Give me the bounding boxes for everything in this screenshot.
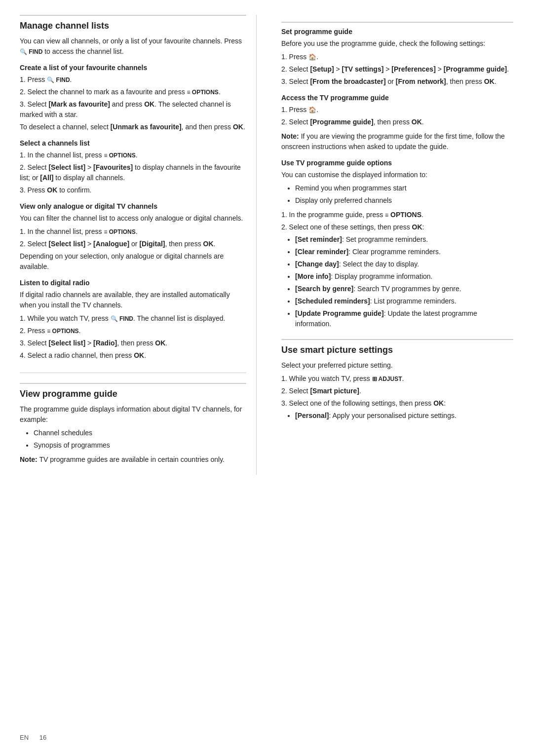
section-title-manage: Manage channel lists [20,15,246,31]
select-list-label-2: [Select list] [48,240,85,248]
manage-intro: You can view all channels, or only a lis… [20,36,246,57]
bullet-display-preferred: Display only preferred channels [295,195,513,206]
options-label-1: OPTIONS [390,211,421,219]
step-radio-3: 3. Select [Select list] > [Radio], then … [20,338,246,348]
note-label-1: Note: [20,455,38,463]
step-smart-2: 2. Select [Smart picture]. [281,386,513,396]
analogue-intro: You can filter the channel list to acces… [20,213,246,224]
options-icon-5: ≡ [385,212,388,219]
clear-reminder-label: [Clear reminder] [295,248,348,256]
ok-label-4: OK [203,240,214,248]
adjust-icon: ⊞ ADJUST [372,376,402,382]
sub-title-create-list: Create a list of your favourite channels [20,64,246,72]
step-smart-3: 3. Select one of the following settings,… [281,398,513,409]
sub-title-set-guide: Set programme guide [281,22,513,36]
sub-title-select-list: Select a channels list [20,139,246,147]
ok-label-3: OK [47,186,57,194]
guide-options-list: [Set reminder]: Set programme reminders.… [295,234,513,329]
step-options-2: 2. Select one of these settings, then pr… [281,222,513,232]
guide-note: Note: TV programme guides are available … [20,454,246,465]
scheduled-label: [Scheduled reminders] [295,297,370,305]
select-list-label: [Select list] [48,163,85,171]
step-access-2: 2. Select [Programme guide], then press … [281,117,513,127]
sub-title-guide-options: Use TV programme guide options [281,159,513,167]
step-analogue-1: 1. In the channel list, press ≡ OPTIONS. [20,227,246,237]
section-view-programme-guide: View programme guide The programme guide… [20,383,246,465]
step-radio-1: 1. While you watch TV, press 🔍 FIND. The… [20,313,246,324]
options-icon-2: ≡ OPTIONS [104,152,135,159]
digital-label: [Digital] [139,240,165,248]
setup-label: [Setup] [310,65,334,73]
radio-intro: If digital radio channels are available,… [20,290,246,310]
step-select-3: 3. Press OK to confirm. [20,185,246,195]
analogue-label: [Analogue] [93,240,129,248]
search-genre-label: [Search by genre] [295,285,353,293]
section-manage-channel-lists: Manage channel lists You can view all ch… [20,15,246,373]
unmark-label: [Unmark as favourite] [111,123,182,131]
step-access-1: 1. Press 🏠. [281,105,513,115]
page-footer: EN 16 [20,734,46,741]
option-set-reminder: [Set reminder]: Set programme reminders. [295,234,513,245]
bullet-synopsis: Synopsis of programmes [34,440,246,451]
step-create-1: 1. Press 🔍 FIND. [20,75,246,85]
bullet-channel-schedules: Channel schedules [34,428,246,438]
set-reminder-label: [Set reminder] [295,235,342,243]
option-update-guide: [Update Programme guide]: Update the lat… [295,308,513,329]
left-column: Manage channel lists You can view all ch… [20,15,257,475]
favourites-label: [Favourites] [93,163,133,171]
find-icon-1: 🔍 FIND [47,76,70,83]
option-scheduled: [Scheduled reminders]: List programme re… [295,296,513,306]
option-clear-reminder: [Clear reminder]: Clear programme remind… [295,247,513,257]
from-broadcaster-label: [From the broadcaster] [310,77,385,85]
step-create-2: 2. Select the channel to mark as a favou… [20,87,246,97]
ok-label-1: OK [144,100,154,108]
guide-options-bullets: Remind you when programmes start Display… [295,183,513,206]
sub-title-access-guide: Access the TV programme guide [281,94,513,102]
from-network-label: [From network] [396,77,446,85]
step-analogue-note: Depending on your selection, only analog… [20,251,246,272]
access-note: Note: If you are viewing the programme g… [281,131,513,152]
ok-label-8: OK [412,118,422,126]
smart-picture-options: [Personal]: Apply your personalised pict… [295,411,513,421]
page-container: Manage channel lists You can view all ch… [20,15,513,475]
options-icon-4: ≡ OPTIONS [47,328,78,335]
step-set-2: 2. Select [Setup] > [TV settings] > [Pre… [281,64,513,75]
step-select-1: 1. In the channel list, press ≡ OPTIONS. [20,150,246,160]
ok-label-5: OK [155,339,165,347]
ok-label-2: OK [233,123,243,131]
option-search-genre: [Search by genre]: Search TV programmes … [295,284,513,294]
guide-bullets: Channel schedules Synopsis of programmes [34,428,246,451]
section-smart-picture: Use smart picture settings Select your p… [281,339,513,421]
footer-lang: EN [20,734,29,741]
options-icon-1: ≡ OPTIONS [187,89,219,96]
bullet-remind: Remind you when programmes start [295,183,513,193]
option-change-day: [Change day]: Select the day to display. [295,259,513,269]
more-info-label: [More info] [295,272,331,280]
set-guide-intro: Before you use the programme guide, chec… [281,38,513,49]
ok-label-9: OK [412,223,422,231]
mark-favourite-label: [Mark as favourite] [48,100,110,108]
smart-picture-intro: Select your preferred picture setting. [281,360,513,371]
update-guide-label: [Update Programme guide] [295,309,384,317]
step-smart-1: 1. While you watch TV, press ⊞ ADJUST. [281,374,513,384]
option-personal: [Personal]: Apply your personalised pict… [295,411,513,421]
guide-intro: The programme guide displays information… [20,404,246,425]
ok-label-10: OK [433,399,444,407]
option-more-info: [More info]: Display programme informati… [295,271,513,282]
right-column: Set programme guide Before you use the p… [276,15,513,475]
smart-picture-label: [Smart picture] [310,387,359,395]
tv-settings-label: [TV settings] [342,65,384,73]
select-list-label-3: [Select list] [48,339,85,347]
step-set-3: 3. Select [From the broadcaster] or [Fro… [281,76,513,87]
step-create-deselect: To deselect a channel, select [Unmark as… [20,122,246,132]
step-create-3: 3. Select [Mark as favourite] and press … [20,99,246,120]
step-radio-4: 4. Select a radio channel, then press OK… [20,350,246,361]
find-icon-inline: 🔍 FIND [20,48,42,55]
ok-label-7: OK [484,77,495,85]
personal-label: [Personal] [295,412,329,419]
step-options-1: 1. In the programme guide, press ≡ OPTIO… [281,210,513,220]
home-icon-1: 🏠 [308,53,316,61]
change-day-label: [Change day] [295,260,339,268]
step-radio-2: 2. Press ≡ OPTIONS. [20,326,246,336]
programme-guide-label-2: [Programme guide] [310,118,373,126]
